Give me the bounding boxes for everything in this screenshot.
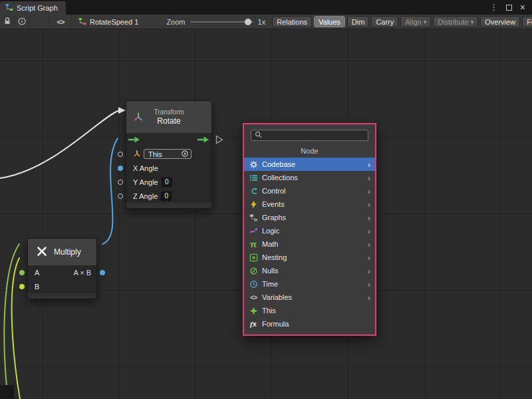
- multiply-output-port[interactable]: [100, 270, 105, 275]
- fullscreen-button[interactable]: Full Screen: [522, 16, 532, 27]
- dim-button[interactable]: Dim: [347, 16, 370, 27]
- chevron-right-icon: ›: [368, 253, 370, 262]
- toolbar-buttons: Relations Values Dim Carry Align ▾ Distr…: [272, 16, 532, 27]
- wire-multiply-to-xangle[interactable]: [102, 138, 118, 244]
- align-button[interactable]: Align ▾: [400, 16, 431, 27]
- multiply-a-label: A: [35, 269, 39, 277]
- x-angle-port[interactable]: [118, 166, 123, 171]
- z-angle-port[interactable]: [118, 194, 123, 199]
- graph-breadcrumb[interactable]: RotateSpeed 1: [72, 17, 145, 27]
- node-category-label: Transform: [154, 108, 184, 116]
- zoom-slider[interactable]: [190, 21, 253, 23]
- node-finder-popup: Node Codebase › Collections ›: [243, 123, 376, 336]
- finder-item-math[interactable]: π Math ›: [244, 237, 375, 251]
- values-button[interactable]: Values: [314, 16, 345, 27]
- multiply-output-label: A × B: [73, 269, 91, 277]
- finder-item-codebase[interactable]: Codebase ›: [244, 158, 375, 171]
- chevron-right-icon: ›: [368, 213, 370, 222]
- z-angle-value-field[interactable]: 0: [161, 192, 172, 201]
- object-picker-icon[interactable]: [181, 150, 189, 159]
- this-field-label: This: [148, 150, 162, 158]
- finder-item-formula[interactable]: fx Formula: [244, 317, 375, 331]
- multiply-b-port[interactable]: [19, 284, 25, 289]
- y-angle-port[interactable]: [118, 180, 123, 185]
- flow-output-arrow-icon[interactable]: [198, 136, 209, 145]
- finder-item-label: Time: [262, 280, 278, 288]
- lock-button[interactable]: [0, 15, 15, 29]
- chevron-right-icon: ›: [368, 160, 370, 169]
- finder-item-variables[interactable]: <> Variables ›: [244, 291, 375, 304]
- lock-icon: [3, 17, 11, 27]
- chevron-right-icon: ›: [368, 227, 370, 235]
- code-view-button[interactable]: <>: [49, 15, 72, 29]
- multiply-a-port[interactable]: [19, 270, 25, 275]
- chevron-right-icon: ›: [368, 240, 370, 249]
- finder-item-control[interactable]: Control ›: [244, 184, 375, 198]
- inspect-button[interactable]: [15, 15, 29, 29]
- code-icon: <>: [57, 18, 65, 26]
- finder-item-this[interactable]: This: [244, 304, 375, 317]
- chevron-right-icon: ›: [368, 293, 370, 302]
- multiply-node-header[interactable]: Multiply: [28, 239, 96, 265]
- this-input-port[interactable]: [118, 152, 123, 157]
- y-angle-value-field[interactable]: 0: [162, 178, 172, 187]
- chevron-right-icon: ›: [368, 200, 370, 209]
- finder-item-collections[interactable]: Collections ›: [244, 171, 375, 184]
- carry-label: Carry: [376, 18, 394, 26]
- relations-button[interactable]: Relations: [272, 16, 312, 27]
- logic-icon: [249, 227, 258, 235]
- finder-search-box[interactable]: [251, 130, 368, 141]
- tab-script-graph[interactable]: Script Graph: [0, 1, 66, 15]
- finder-item-nulls[interactable]: Nulls ›: [244, 264, 375, 277]
- graph-canvas[interactable]: Transform Rotate Thi: [0, 29, 532, 399]
- overview-button[interactable]: Overview: [480, 16, 520, 27]
- gameobject-axis-icon: [133, 150, 141, 159]
- transform-node-header[interactable]: Transform Rotate: [126, 101, 211, 133]
- multiply-node[interactable]: Multiply A A × B B: [28, 239, 96, 299]
- pi-icon: π: [249, 239, 258, 249]
- finder-search-input[interactable]: [265, 132, 364, 140]
- wire-to-multiply-a[interactable]: [4, 244, 19, 399]
- tab-bar: Script Graph ⋮ ×: [0, 0, 532, 15]
- y-angle-row: Y Angle 0: [126, 175, 211, 189]
- finder-item-graphs[interactable]: Graphs ›: [244, 211, 375, 224]
- this-port-row: This: [126, 147, 211, 161]
- overview-label: Overview: [485, 18, 515, 26]
- control-flow-icon: [249, 187, 258, 196]
- variables-icon: <>: [249, 294, 258, 301]
- x-angle-label: X Angle: [133, 164, 158, 172]
- maximize-icon[interactable]: [506, 5, 512, 11]
- formula-fx-icon: fx: [249, 320, 258, 328]
- graph-name: RotateSpeed 1: [90, 18, 138, 26]
- distribute-button[interactable]: Distribute ▾: [433, 16, 478, 27]
- node-footer: [126, 203, 211, 208]
- finder-item-label: Events: [262, 200, 285, 208]
- z-angle-row: Z Angle 0: [126, 189, 211, 203]
- multiply-cross-icon: [36, 245, 48, 259]
- carry-button[interactable]: Carry: [371, 16, 398, 27]
- values-label: Values: [319, 18, 340, 26]
- info-icon: [18, 17, 26, 27]
- finder-item-events[interactable]: Events ›: [244, 198, 375, 211]
- close-icon[interactable]: ×: [520, 3, 525, 12]
- dim-label: Dim: [352, 18, 365, 26]
- finder-item-logic[interactable]: Logic ›: [244, 224, 375, 237]
- chevron-right-icon: ›: [368, 280, 370, 289]
- flow-input-arrow-icon[interactable]: [128, 136, 140, 145]
- distribute-label: Distribute: [438, 18, 468, 26]
- wire-flow-input[interactable]: [0, 110, 119, 178]
- finder-item-nesting[interactable]: Nesting ›: [244, 251, 375, 264]
- wire-to-multiply-b[interactable]: [12, 258, 20, 399]
- this-object-field[interactable]: This: [144, 149, 192, 159]
- y-angle-label: Y Angle: [133, 178, 158, 186]
- menu-icon[interactable]: ⋮: [490, 3, 498, 11]
- nesting-icon: [249, 253, 258, 262]
- chevron-right-icon: ›: [368, 267, 370, 275]
- multiply-title-label: Multiply: [54, 247, 81, 257]
- transform-rotate-node[interactable]: Transform Rotate Thi: [126, 101, 211, 208]
- zoom-slider-knob[interactable]: [245, 19, 251, 25]
- finder-item-time[interactable]: Time ›: [244, 277, 375, 291]
- multiply-b-row: B: [28, 279, 96, 293]
- chevron-down-icon: ▾: [424, 19, 427, 25]
- flow-continue-triangle-icon: [215, 135, 223, 146]
